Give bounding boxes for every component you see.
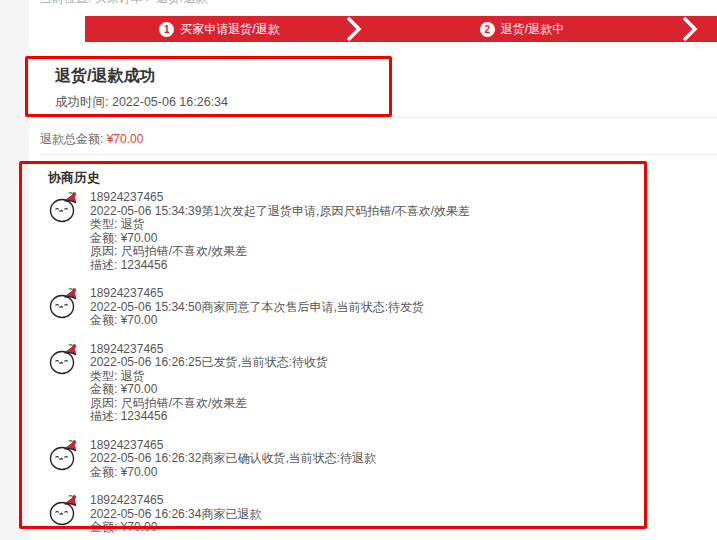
- divider: [40, 154, 717, 155]
- mascot-avatar-icon: [48, 287, 78, 319]
- entry-detail-line: 类型: 退货: [90, 370, 328, 384]
- divider: [40, 117, 717, 118]
- entry-detail-line: 类型: 退货: [90, 218, 470, 232]
- entry-detail-line: 金额: ¥70.00: [90, 383, 328, 397]
- entry-detail-line: 描述: 1234456: [90, 410, 328, 424]
- mascot-avatar-icon: [48, 494, 78, 526]
- refund-status-title: 退货/退款成功: [55, 66, 155, 87]
- page-left-gutter: [0, 0, 29, 540]
- entry-message: 2022-05-06 15:34:39第1次发起了退货申请,原因尺码拍错/不喜欢…: [90, 205, 470, 219]
- entry-detail-line: 金额: ¥70.00: [90, 314, 424, 328]
- entry-details: 金额: ¥70.00: [90, 521, 261, 535]
- history-entry: 18924237465 2022-05-06 15:34:50商家同意了本次售后…: [48, 287, 623, 328]
- refund-progress-stepper: 1 买家申请退货/退款 2 退货/退款中: [85, 16, 717, 42]
- entry-message: 2022-05-06 15:34:50商家同意了本次售后申请,当前状态:待发货: [90, 301, 424, 315]
- entry-user: 18924237465: [90, 343, 328, 357]
- chevron-right-icon: [85, 16, 717, 42]
- entry-detail-line: 原因: 尺码拍错/不喜欢/效果差: [90, 245, 470, 259]
- history-entry: 18924237465 2022-05-06 16:26:32商家已确认收货,当…: [48, 439, 623, 480]
- entry-user: 18924237465: [90, 191, 470, 205]
- entry-details: 金额: ¥70.00: [90, 466, 376, 480]
- entry-message: 2022-05-06 16:26:34商家已退款: [90, 508, 261, 522]
- history-entries: 18924237465 2022-05-06 15:34:39第1次发起了退货申…: [48, 191, 623, 540]
- entry-detail-line: 金额: ¥70.00: [90, 466, 376, 480]
- entry-details: 类型: 退货金额: ¥70.00原因: 尺码拍错/不喜欢/效果差描述: 1234…: [90, 370, 328, 424]
- entry-details: 类型: 退货金额: ¥70.00原因: 尺码拍错/不喜欢/效果差描述: 1234…: [90, 218, 470, 272]
- entry-detail-line: 金额: ¥70.00: [90, 232, 470, 246]
- history-entry: 18924237465 2022-05-06 16:26:25已发货,当前状态:…: [48, 343, 623, 424]
- entry-detail-line: 原因: 尺码拍错/不喜欢/效果差: [90, 397, 328, 411]
- entry-user: 18924237465: [90, 494, 261, 508]
- entry-detail-line: 描述: 1234456: [90, 259, 470, 273]
- history-entry: 18924237465 2022-05-06 16:26:34商家已退款 金额:…: [48, 494, 623, 535]
- mascot-avatar-icon: [48, 343, 78, 375]
- mascot-avatar-icon: [48, 191, 78, 223]
- refund-total-row: 退款总金额: ¥70.00: [40, 131, 143, 148]
- breadcrumb[interactable]: 当前位置: 买家订单 > 退货/退款: [40, 0, 208, 7]
- entry-message: 2022-05-06 16:26:32商家已确认收货,当前状态:待退款: [90, 452, 376, 466]
- refund-total-label: 退款总金额:: [40, 132, 103, 146]
- entry-message: 2022-05-06 16:26:25已发货,当前状态:待收货: [90, 356, 328, 370]
- history-section-title: 协商历史: [48, 169, 100, 187]
- entry-detail-line: 金额: ¥70.00: [90, 521, 261, 535]
- history-entry: 18924237465 2022-05-06 15:34:39第1次发起了退货申…: [48, 191, 623, 272]
- entry-user: 18924237465: [90, 439, 376, 453]
- refund-total-amount: ¥70.00: [107, 132, 144, 146]
- entry-details: 金额: ¥70.00: [90, 314, 424, 328]
- mascot-avatar-icon: [48, 439, 78, 471]
- refund-detail-page: { "breadcrumb": { "text": "当前位置: 买家订单 > …: [0, 0, 717, 540]
- entry-user: 18924237465: [90, 287, 424, 301]
- refund-success-time: 成功时间: 2022-05-06 16:26:34: [55, 94, 228, 111]
